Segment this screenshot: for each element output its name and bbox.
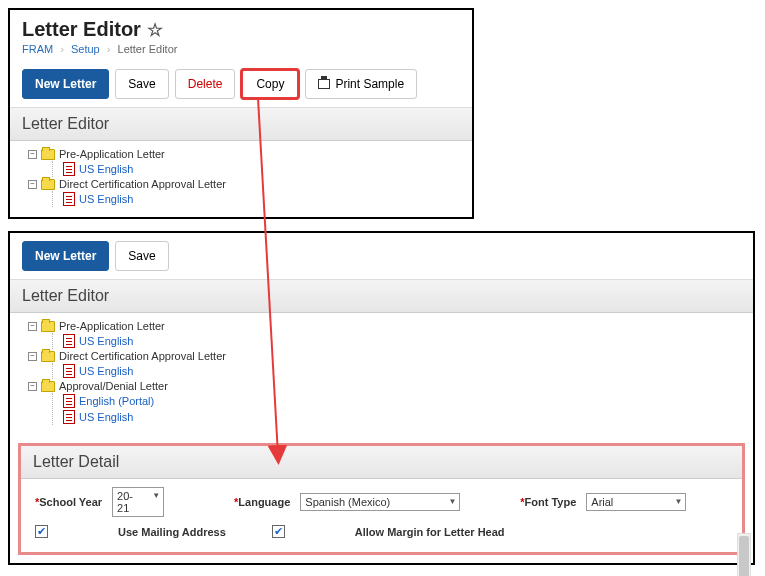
save-button[interactable]: Save (115, 69, 168, 99)
tree-folder-label: Direct Certification Approval Letter (59, 350, 226, 362)
save-button[interactable]: Save (115, 241, 168, 271)
page-title: Letter Editor ☆ (22, 18, 460, 41)
folder-icon (41, 179, 55, 190)
document-icon (63, 410, 75, 424)
tree-folder-approval-denial[interactable]: − Approval/Denial Letter (28, 379, 733, 393)
school-year-label: *School Year (35, 495, 102, 509)
allow-margin-checkbox[interactable] (272, 525, 285, 538)
tree-toggle-icon[interactable]: − (28, 352, 37, 361)
tree-folder-direct-cert[interactable]: − Direct Certification Approval Letter (28, 177, 462, 191)
folder-icon (41, 381, 55, 392)
allow-margin-label: Allow Margin for Letter Head (355, 526, 505, 538)
bottom-tree: − Pre-Application Letter US English − Di… (10, 313, 753, 435)
tree-folder-label: Approval/Denial Letter (59, 380, 168, 392)
tree-item-label: US English (79, 335, 133, 347)
tree-folder-label: Direct Certification Approval Letter (59, 178, 226, 190)
top-tree: − Pre-Application Letter US English − Di… (10, 141, 472, 217)
language-label: *Language (234, 495, 290, 509)
school-year-value: 20-21 (117, 490, 145, 514)
language-value: Spanish (Mexico) (305, 496, 390, 508)
folder-icon (41, 149, 55, 160)
tree-scrollbar[interactable] (737, 533, 751, 576)
top-toolbar: New Letter Save Delete Copy Print Sample (10, 61, 472, 107)
tree-item-label: US English (79, 411, 133, 423)
tree-toggle-icon[interactable]: − (28, 180, 37, 189)
letter-detail-box: Letter Detail *School Year 20-21 *Langua… (18, 443, 745, 555)
folder-icon (41, 351, 55, 362)
scrollbar-thumb[interactable] (739, 536, 749, 576)
use-mailing-checkbox[interactable] (35, 525, 48, 538)
font-type-select[interactable]: Arial (586, 493, 686, 511)
detail-form-row-1: *School Year 20-21 *Language Spanish (Me… (21, 479, 742, 519)
document-icon (63, 192, 75, 206)
document-icon (63, 394, 75, 408)
tree-folder-label: Pre-Application Letter (59, 148, 165, 160)
delete-button[interactable]: Delete (175, 69, 236, 99)
document-icon (63, 364, 75, 378)
breadcrumb-fram[interactable]: FRAM (22, 43, 53, 55)
tree-item-us-english[interactable]: US English (63, 191, 462, 207)
use-mailing-label: Use Mailing Address (118, 526, 226, 538)
document-icon (63, 334, 75, 348)
breadcrumb-sep-icon: › (60, 43, 64, 55)
new-letter-button[interactable]: New Letter (22, 69, 109, 99)
breadcrumb-setup[interactable]: Setup (71, 43, 100, 55)
tree-item-label: English (Portal) (79, 395, 154, 407)
tree-item-us-english[interactable]: US English (63, 409, 733, 425)
print-sample-button[interactable]: Print Sample (305, 69, 417, 99)
print-sample-label: Print Sample (335, 77, 404, 91)
copy-button[interactable]: Copy (241, 69, 299, 99)
bottom-panel: New Letter Save Letter Editor − Pre-Appl… (8, 231, 755, 565)
detail-form-row-2: Use Mailing Address Allow Margin for Let… (21, 519, 742, 542)
breadcrumb-sep-icon: › (107, 43, 111, 55)
letter-detail-title: Letter Detail (21, 446, 742, 479)
new-letter-button[interactable]: New Letter (22, 241, 109, 271)
section-letter-editor: Letter Editor (10, 107, 472, 141)
document-icon (63, 162, 75, 176)
tree-item-us-english[interactable]: US English (63, 161, 462, 177)
breadcrumb: FRAM › Setup › Letter Editor (22, 43, 460, 55)
favorite-star-icon[interactable]: ☆ (147, 19, 163, 41)
tree-item-us-english[interactable]: US English (63, 333, 733, 349)
tree-item-english-portal[interactable]: English (Portal) (63, 393, 733, 409)
tree-toggle-icon[interactable]: − (28, 150, 37, 159)
font-type-value: Arial (591, 496, 613, 508)
bottom-toolbar: New Letter Save (10, 233, 753, 279)
breadcrumb-current: Letter Editor (118, 43, 178, 55)
tree-folder-label: Pre-Application Letter (59, 320, 165, 332)
school-year-select[interactable]: 20-21 (112, 487, 164, 517)
tree-folder-pre-application[interactable]: − Pre-Application Letter (28, 147, 462, 161)
section-letter-editor: Letter Editor (10, 279, 753, 313)
top-panel: Letter Editor ☆ FRAM › Setup › Letter Ed… (8, 8, 474, 219)
page-title-text: Letter Editor (22, 18, 141, 41)
tree-item-label: US English (79, 365, 133, 377)
tree-item-label: US English (79, 193, 133, 205)
tree-toggle-icon[interactable]: − (28, 322, 37, 331)
tree-toggle-icon[interactable]: − (28, 382, 37, 391)
tree-folder-direct-cert[interactable]: − Direct Certification Approval Letter (28, 349, 733, 363)
tree-folder-pre-application[interactable]: − Pre-Application Letter (28, 319, 733, 333)
tree-item-us-english[interactable]: US English (63, 363, 733, 379)
font-type-label: *Font Type (520, 495, 576, 509)
folder-icon (41, 321, 55, 332)
tree-item-label: US English (79, 163, 133, 175)
printer-icon (318, 79, 330, 89)
language-select[interactable]: Spanish (Mexico) (300, 493, 460, 511)
